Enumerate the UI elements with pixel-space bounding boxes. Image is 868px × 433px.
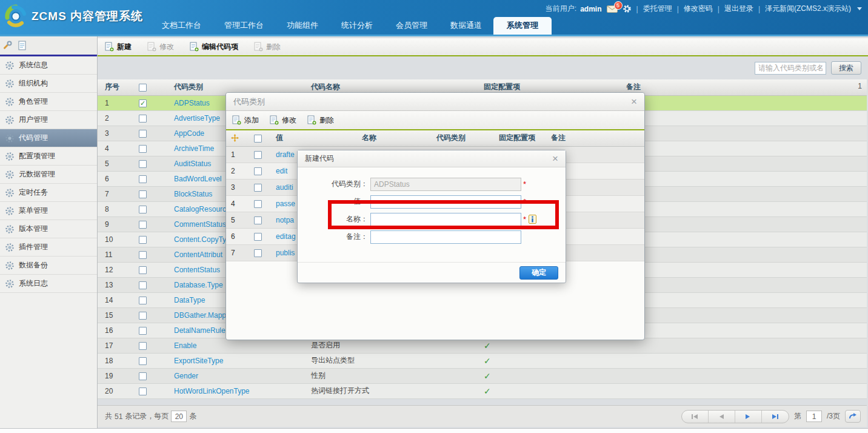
row-checkbox[interactable]: [139, 236, 147, 244]
row-checkbox[interactable]: [139, 266, 147, 274]
close-icon[interactable]: ×: [552, 153, 558, 164]
site-switcher[interactable]: 泽元新闻(ZCMS2.x演示站): [765, 4, 851, 14]
row-checkbox[interactable]: [254, 200, 262, 208]
delegate-admin-link[interactable]: 委托管理: [643, 4, 672, 14]
row-checkbox[interactable]: [139, 342, 147, 350]
nav-tab[interactable]: 文档工作台: [150, 17, 213, 35]
code-value-link[interactable]: edit: [276, 167, 287, 175]
row-checkbox[interactable]: [139, 388, 147, 395]
name-field[interactable]: [370, 213, 521, 226]
select-all-checkbox[interactable]: [139, 84, 147, 92]
row-checkbox[interactable]: [254, 233, 262, 241]
nav-tab[interactable]: 管理工作台: [213, 17, 275, 35]
row-checkbox[interactable]: [139, 130, 147, 138]
code-category-link[interactable]: ADPStatus: [174, 99, 210, 107]
code-category-link[interactable]: BadWordLevel: [174, 175, 222, 183]
code-category-link[interactable]: CatalogResource: [174, 205, 230, 213]
sidebar-item[interactable]: 插件管理: [0, 238, 97, 257]
code-category-link[interactable]: AppCode: [174, 129, 204, 138]
settings-gear-icon[interactable]: [623, 4, 632, 13]
chevron-down-icon[interactable]: [857, 7, 862, 10]
toolbar-button[interactable]: 修改: [147, 42, 174, 52]
code-value-link[interactable]: notpa: [276, 216, 294, 224]
code-value-link[interactable]: drafte: [276, 150, 295, 159]
row-checkbox[interactable]: [139, 221, 147, 229]
code-value-link[interactable]: auditi: [276, 183, 293, 192]
sidebar-item[interactable]: 代码管理: [0, 129, 97, 147]
note-field[interactable]: [370, 230, 521, 244]
document-icon[interactable]: [18, 41, 27, 50]
table-row[interactable]: 18 ExportSiteType 导出站点类型 ✓: [98, 353, 867, 368]
nav-tab[interactable]: 统计分析: [330, 17, 384, 35]
code-category-link[interactable]: BlockStatus: [174, 190, 212, 198]
go-page-button[interactable]: [845, 410, 861, 423]
change-password-link[interactable]: 修改密码: [684, 4, 713, 14]
code-category-link[interactable]: ExportSiteType: [174, 357, 223, 365]
last-page-button[interactable]: [762, 411, 789, 423]
tools-icon[interactable]: [2, 41, 12, 50]
ok-button[interactable]: 确定: [519, 266, 558, 280]
sidebar-item[interactable]: 用户管理: [0, 111, 97, 129]
code-category-link[interactable]: DBGather.Mappin: [174, 311, 232, 320]
close-icon[interactable]: ×: [631, 96, 637, 107]
code-value-link[interactable]: editag: [276, 232, 296, 241]
code-category-link[interactable]: ContentAttribut: [174, 250, 222, 259]
row-checkbox[interactable]: [139, 175, 147, 183]
code-category-link[interactable]: ArchiveTime: [174, 144, 214, 153]
row-checkbox[interactable]: [139, 160, 147, 168]
nav-tab[interactable]: 会员管理: [384, 17, 439, 35]
code-category-link[interactable]: Gender: [174, 372, 198, 380]
code-category-link[interactable]: Database.Type: [174, 281, 223, 289]
row-checkbox[interactable]: [139, 357, 147, 365]
code-category-link[interactable]: ContentStatus: [174, 266, 220, 274]
code-category-link[interactable]: Enable: [174, 341, 196, 350]
row-checkbox[interactable]: [139, 251, 147, 259]
row-checkbox[interactable]: [139, 206, 147, 213]
toolbar-button[interactable]: 新建: [105, 42, 132, 52]
row-checkbox[interactable]: [139, 281, 147, 289]
row-checkbox[interactable]: [254, 151, 262, 159]
code-value-link[interactable]: publis: [276, 249, 295, 257]
row-checkbox[interactable]: [139, 145, 147, 153]
info-icon[interactable]: [529, 215, 536, 224]
mail-count-badge[interactable]: 5: [614, 1, 623, 10]
sidebar-item[interactable]: 系统信息: [0, 56, 97, 75]
sidebar-item[interactable]: 系统日志: [0, 275, 97, 293]
sidebar-item[interactable]: 菜单管理: [0, 202, 97, 220]
code-category-link[interactable]: AdvertiseType: [174, 114, 220, 123]
mail-icon[interactable]: 5: [607, 5, 618, 13]
sidebar-item[interactable]: 配置项管理: [0, 147, 97, 166]
toolbar-button[interactable]: 编辑代码项: [190, 42, 238, 52]
table-row[interactable]: 20 HotWordLinkOpenType 热词链接打开方式 ✓: [98, 383, 867, 398]
code-category-link[interactable]: CommentStatus: [174, 220, 226, 229]
code-value-link[interactable]: passe: [276, 200, 295, 208]
prev-page-button[interactable]: [709, 411, 735, 423]
select-all-checkbox[interactable]: [254, 135, 262, 143]
code-category-link[interactable]: AuditStatus: [174, 159, 211, 168]
row-checkbox[interactable]: [254, 249, 262, 257]
sidebar-item[interactable]: 定时任务: [0, 184, 97, 202]
row-checkbox[interactable]: ✓: [139, 99, 147, 107]
first-page-button[interactable]: [682, 411, 709, 423]
toolbar-button[interactable]: 删除: [254, 42, 281, 52]
row-checkbox[interactable]: [139, 297, 147, 304]
row-checkbox[interactable]: [139, 372, 147, 380]
code-category-link[interactable]: Content.CopyTy: [174, 235, 226, 244]
code-category-link[interactable]: HotWordLinkOpenType: [174, 387, 250, 395]
nav-tab[interactable]: 系统管理: [493, 17, 552, 35]
code-category-link[interactable]: DataType: [174, 296, 205, 304]
sidebar-item[interactable]: 角色管理: [0, 93, 97, 111]
row-checkbox[interactable]: [254, 167, 262, 175]
row-checkbox[interactable]: [139, 312, 147, 320]
dialog-toolbar-button[interactable]: 添加: [232, 115, 259, 126]
row-checkbox[interactable]: [254, 216, 262, 224]
next-page-button[interactable]: [735, 411, 762, 423]
row-checkbox[interactable]: [139, 190, 147, 198]
nav-tab[interactable]: 功能组件: [275, 17, 330, 35]
table-row[interactable]: 19 Gender 性别 ✓: [98, 368, 867, 383]
page-size-input[interactable]: [171, 411, 187, 422]
nav-tab[interactable]: 数据通道: [439, 17, 493, 35]
search-button[interactable]: 搜索: [831, 61, 861, 75]
search-input[interactable]: [755, 62, 826, 75]
logout-link[interactable]: 退出登录: [724, 4, 753, 14]
